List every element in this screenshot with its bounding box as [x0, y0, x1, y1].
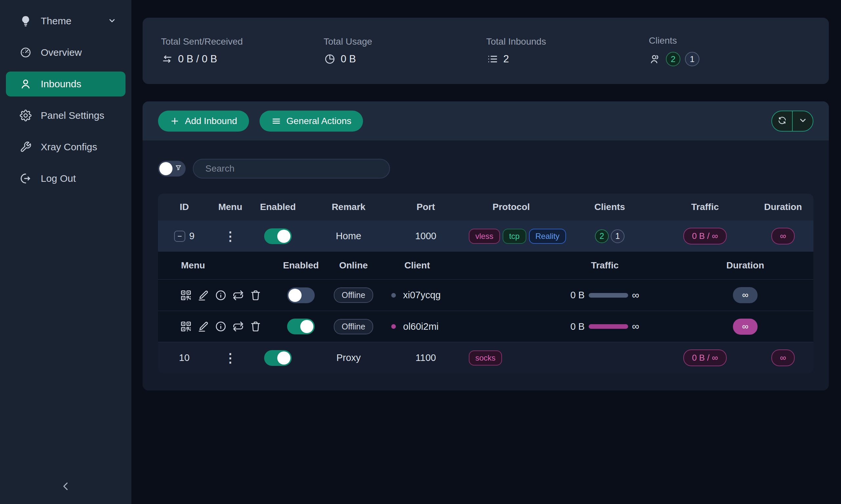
- inbound-port: 1000: [391, 231, 460, 241]
- sidebar-item-panel-settings[interactable]: Panel Settings: [6, 103, 125, 128]
- duration-badge: ∞: [771, 349, 795, 366]
- sub-col-header-enabled: Enabled: [276, 260, 326, 271]
- client-row: Offline xi07ycqg 0 B ∞ ∞: [158, 280, 813, 311]
- sidebar-item-label: Overview: [41, 47, 82, 58]
- clients-deactive-badge: 1: [611, 229, 624, 243]
- users-icon: [649, 53, 661, 65]
- gear-icon: [19, 109, 32, 122]
- toggle-knob: [277, 230, 290, 243]
- panel-body: ID Menu Enabled Remark Port Protocol Cli…: [142, 159, 829, 373]
- hamburger-menu-icon: [271, 116, 281, 126]
- stat-total-usage: Total Usage 0 B: [305, 36, 468, 65]
- refresh-button[interactable]: [772, 111, 792, 131]
- col-header-duration: Duration: [753, 202, 813, 212]
- inbound-port: 1100: [391, 353, 460, 363]
- reset-traffic-icon[interactable]: [232, 289, 244, 302]
- sidebar-item-label: Theme: [41, 15, 71, 26]
- info-icon[interactable]: [214, 289, 227, 302]
- sub-col-header-online: Online: [326, 260, 381, 271]
- stat-value: 0 B / 0 B: [178, 53, 217, 65]
- client-enabled-toggle[interactable]: [287, 319, 315, 335]
- traffic-progress-bar: [589, 293, 628, 298]
- col-header-traffic: Traffic: [657, 202, 753, 212]
- client-status-dot: [391, 293, 396, 298]
- kebab-menu-icon[interactable]: ⋮: [210, 230, 250, 242]
- inbound-enabled-toggle[interactable]: [264, 228, 292, 244]
- inbound-remark: Proxy: [306, 353, 391, 363]
- sub-table-header-row: Menu Enabled Online Client Traffic Durat…: [158, 252, 813, 280]
- traffic-limit: ∞: [632, 321, 639, 332]
- col-header-id: ID: [158, 202, 210, 212]
- sidebar-item-xray-configs[interactable]: Xray Configs: [6, 134, 125, 160]
- protocol-tag: tcp: [503, 229, 526, 244]
- chevron-left-icon: [60, 481, 71, 493]
- duration-badge: ∞: [733, 287, 758, 303]
- stat-total-sent-received: Total Sent/Received 0 B / 0 B: [142, 36, 305, 65]
- qr-code-icon[interactable]: [180, 320, 192, 333]
- pie-chart-icon: [324, 53, 336, 65]
- wrench-icon: [19, 141, 32, 154]
- sidebar-collapse-button[interactable]: [55, 476, 76, 498]
- stat-label: Total Sent/Received: [161, 36, 305, 47]
- kebab-menu-icon[interactable]: ⋮: [210, 352, 250, 364]
- refresh-options-button[interactable]: [792, 111, 813, 131]
- col-header-menu: Menu: [210, 202, 250, 212]
- filter-toggle[interactable]: [158, 161, 186, 177]
- general-actions-label: General Actions: [287, 116, 351, 126]
- protocol-tag: Reality: [529, 229, 566, 244]
- stat-label: Total Inbounds: [486, 36, 631, 47]
- client-enabled-toggle[interactable]: [287, 287, 315, 303]
- sidebar-item-label: Xray Configs: [41, 141, 97, 152]
- edit-icon[interactable]: [197, 289, 210, 302]
- col-header-clients: Clients: [562, 202, 657, 212]
- delete-icon[interactable]: [250, 289, 262, 302]
- qr-code-icon[interactable]: [180, 289, 192, 302]
- sidebar-item-log-out[interactable]: Log Out: [6, 166, 125, 191]
- edit-icon[interactable]: [197, 320, 210, 333]
- refresh-split-button: [771, 111, 813, 131]
- transfer-icon: [161, 53, 173, 65]
- sidebar-item-overview[interactable]: Overview: [6, 40, 125, 65]
- client-status-dot: [391, 324, 396, 329]
- col-header-protocol: Protocol: [460, 202, 562, 212]
- traffic-badge: 0 B / ∞: [683, 228, 726, 245]
- stat-clients: Clients 2 1: [631, 35, 793, 66]
- collapse-row-button[interactable]: [174, 231, 185, 242]
- app-root: Theme Overview Inbounds Panel Settings: [0, 0, 841, 504]
- add-inbound-button[interactable]: Add Inbound: [158, 111, 249, 131]
- clients-deactive-badge: 1: [685, 52, 699, 66]
- search-row: [158, 159, 813, 179]
- stats-card: Total Sent/Received 0 B / 0 B Total Usag…: [142, 18, 829, 84]
- clients-online-badge: 2: [666, 52, 680, 66]
- traffic-progress-bar: [589, 324, 628, 329]
- sub-col-header-duration: Duration: [677, 260, 813, 271]
- online-status-badge: Offline: [334, 287, 373, 303]
- delete-icon[interactable]: [250, 320, 262, 333]
- client-name: ol60i2mi: [403, 321, 439, 332]
- chevron-down-icon: [108, 16, 118, 26]
- inbound-enabled-toggle[interactable]: [264, 350, 292, 366]
- info-icon[interactable]: [214, 320, 227, 333]
- chevron-down-icon: [798, 116, 807, 126]
- sidebar-item-label: Inbounds: [41, 78, 81, 90]
- table-row: 9 ⋮ Home 1000 vless tcp Reality 2: [158, 220, 813, 252]
- clients-online-badge: 2: [595, 229, 609, 243]
- sub-col-header-traffic: Traffic: [533, 260, 677, 271]
- col-header-enabled: Enabled: [250, 202, 306, 212]
- inbound-id: 10: [179, 353, 190, 363]
- sidebar-item-theme[interactable]: Theme: [6, 8, 125, 34]
- protocol-tag: vless: [469, 229, 500, 244]
- toggle-knob: [277, 352, 290, 364]
- general-actions-button[interactable]: General Actions: [259, 111, 363, 131]
- client-row: Offline ol60i2mi 0 B ∞ ∞: [158, 311, 813, 342]
- client-name: xi07ycqg: [403, 290, 441, 301]
- sidebar-item-inbounds[interactable]: Inbounds: [6, 72, 125, 96]
- stat-value: 0 B: [341, 53, 356, 65]
- gauge-icon: [19, 46, 32, 59]
- stat-total-inbounds: Total Inbounds 2: [468, 36, 631, 65]
- sidebar-item-label: Panel Settings: [41, 110, 104, 121]
- search-input[interactable]: [193, 159, 390, 179]
- table-row: 10 ⋮ Proxy 1100 socks 0 B / ∞ ∞: [158, 342, 813, 373]
- traffic-used: 0 B: [570, 321, 585, 332]
- reset-traffic-icon[interactable]: [232, 320, 244, 333]
